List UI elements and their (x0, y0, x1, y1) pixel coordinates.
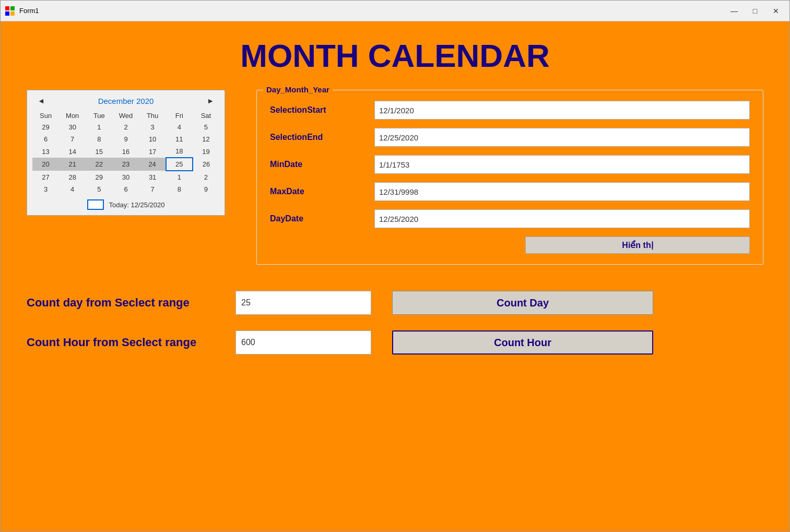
count-hour-row: Count Hour from Seclect range Count Hour (27, 330, 763, 354)
top-section: ◄ December 2020 ► Sun Mon Tue Wed Thu Fr… (27, 90, 763, 265)
count-day-input[interactable] (235, 291, 371, 315)
calendar-day[interactable]: 26 (193, 158, 219, 171)
today-label: Today: 12/25/2020 (109, 201, 165, 209)
calendar-day[interactable]: 19 (193, 145, 219, 158)
close-button[interactable]: ✕ (767, 4, 785, 18)
calendar-day[interactable]: 17 (139, 145, 166, 158)
calendar-header: ◄ December 2020 ► (32, 96, 219, 106)
day-header-thu: Thu (139, 110, 166, 121)
calendar-week-1: 6789101112 (32, 133, 219, 145)
calendar-day[interactable]: 31 (139, 171, 166, 183)
calendar-day[interactable]: 18 (166, 145, 193, 158)
count-hour-input[interactable] (235, 330, 371, 354)
maxdate-input[interactable] (374, 182, 750, 201)
day-month-year-group: Day_Month_Year SelectionStart SelectionE… (256, 90, 763, 265)
calendar-day[interactable]: 10 (139, 133, 166, 145)
calendar-grid: Sun Mon Tue Wed Thu Fri Sat 293012345678… (32, 110, 219, 195)
calendar-day[interactable]: 1 (166, 171, 193, 183)
daydate-label: DayDate (270, 214, 364, 223)
hien-thi-button[interactable]: Hiển thị (525, 237, 750, 254)
calendar-day[interactable]: 1 (86, 121, 112, 133)
count-hour-button[interactable]: Count Hour (392, 330, 653, 354)
calendar-day[interactable]: 16 (112, 145, 139, 158)
calendar-day[interactable]: 9 (193, 183, 219, 195)
calendar-day[interactable]: 3 (32, 183, 59, 195)
calendar-day[interactable]: 29 (86, 171, 112, 183)
calendar-next-button[interactable]: ► (204, 96, 217, 106)
calendar-day[interactable]: 7 (59, 133, 86, 145)
calendar-day[interactable]: 5 (193, 121, 219, 133)
calendar-day[interactable]: 25 (166, 158, 193, 171)
calendar-day[interactable]: 28 (59, 171, 86, 183)
count-day-button[interactable]: Count Day (392, 291, 653, 315)
calendar-day[interactable]: 6 (112, 183, 139, 195)
calendar-day[interactable]: 30 (112, 171, 139, 183)
calendar-footer: Today: 12/25/2020 (32, 199, 219, 210)
mindate-row: MinDate (270, 155, 750, 174)
daydate-input[interactable] (374, 209, 750, 228)
calendar-day[interactable]: 30 (59, 121, 86, 133)
calendar-day[interactable]: 23 (112, 158, 139, 171)
calendar-day[interactable]: 2 (193, 171, 219, 183)
svg-rect-2 (5, 11, 9, 16)
window-controls: — □ ✕ (725, 4, 785, 18)
mindate-label: MinDate (270, 160, 364, 169)
selection-start-row: SelectionStart (270, 101, 750, 120)
svg-rect-3 (10, 11, 15, 16)
window-title: Form1 (19, 7, 725, 15)
calendar-day[interactable]: 20 (32, 158, 59, 171)
calendar-day[interactable]: 2 (112, 121, 139, 133)
bottom-section: Count day from Seclect range Count Day C… (27, 291, 763, 354)
selection-start-input[interactable] (374, 101, 750, 120)
calendar-day[interactable]: 12 (193, 133, 219, 145)
calendar-day[interactable]: 5 (86, 183, 112, 195)
calendar-day[interactable]: 8 (86, 133, 112, 145)
maximize-button[interactable]: □ (746, 4, 764, 18)
day-header-sun: Sun (32, 110, 59, 121)
app-icon (5, 6, 15, 16)
calendar-day[interactable]: 27 (32, 171, 59, 183)
calendar-day[interactable]: 11 (166, 133, 193, 145)
day-header-tue: Tue (86, 110, 112, 121)
daydate-row: DayDate (270, 209, 750, 228)
window: Form1 — □ ✕ MONTH CALENDAR ◄ December 20… (0, 0, 790, 532)
calendar-week-4: 272829303112 (32, 171, 219, 183)
calendar-day[interactable]: 6 (32, 133, 59, 145)
calendar-day[interactable]: 24 (139, 158, 166, 171)
day-header-wed: Wed (112, 110, 139, 121)
today-indicator (87, 199, 104, 210)
calendar-day[interactable]: 7 (139, 183, 166, 195)
calendar-day[interactable]: 4 (59, 183, 86, 195)
calendar-day[interactable]: 15 (86, 145, 112, 158)
calendar-week-0: 293012345 (32, 121, 219, 133)
count-day-row: Count day from Seclect range Count Day (27, 291, 763, 315)
calendar-day[interactable]: 3 (139, 121, 166, 133)
group-legend: Day_Month_Year (263, 85, 333, 94)
maxdate-row: MaxDate (270, 182, 750, 201)
calendar-day[interactable]: 9 (112, 133, 139, 145)
title-bar: Form1 — □ ✕ (1, 1, 789, 21)
selection-end-label: SelectionEnd (270, 133, 364, 142)
calendar-day[interactable]: 14 (59, 145, 86, 158)
calendar-month-year: December 2020 (98, 97, 154, 105)
calendar-day[interactable]: 4 (166, 121, 193, 133)
calendar-day[interactable]: 13 (32, 145, 59, 158)
calendar-header-row: Sun Mon Tue Wed Thu Fri Sat (32, 110, 219, 121)
mindate-input[interactable] (374, 155, 750, 174)
calendar-day[interactable]: 21 (59, 158, 86, 171)
calendar-day[interactable]: 29 (32, 121, 59, 133)
calendar-day[interactable]: 8 (166, 183, 193, 195)
calendar-day[interactable]: 22 (86, 158, 112, 171)
calendar-week-5: 3456789 (32, 183, 219, 195)
calendar-week-3: 20212223242526 (32, 158, 219, 171)
main-content: MONTH CALENDAR ◄ December 2020 ► Sun Mon… (1, 21, 789, 531)
day-header-mon: Mon (59, 110, 86, 121)
day-header-fri: Fri (166, 110, 193, 121)
calendar-week-2: 13141516171819 (32, 145, 219, 158)
page-title: MONTH CALENDAR (27, 37, 763, 74)
hien-thi-row: Hiển thị (270, 237, 750, 254)
svg-rect-0 (5, 6, 9, 10)
minimize-button[interactable]: — (725, 4, 744, 18)
calendar-prev-button[interactable]: ◄ (34, 96, 48, 106)
selection-end-input[interactable] (374, 128, 750, 147)
